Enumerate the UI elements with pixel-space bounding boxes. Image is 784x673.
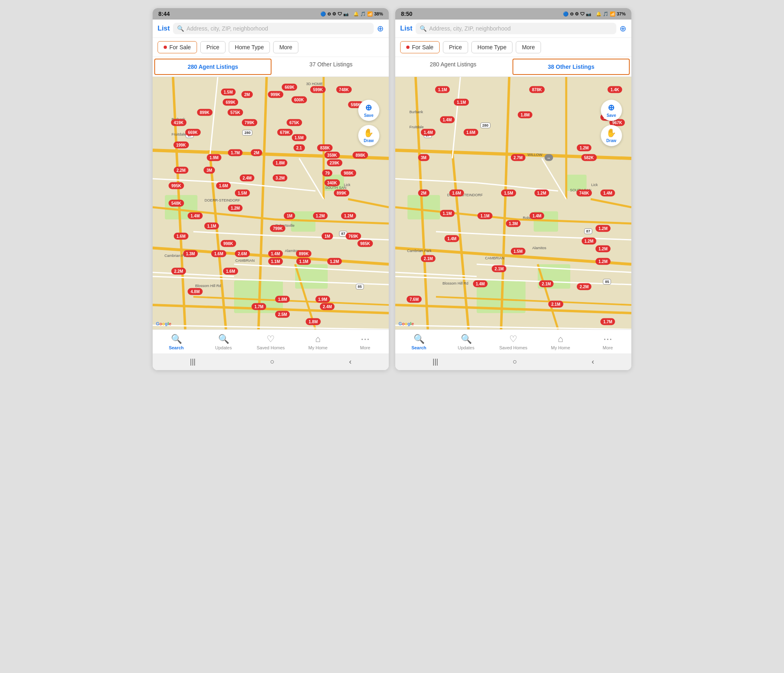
nav-item-search[interactable]: 🔍 Search bbox=[153, 332, 200, 352]
android-nav-btn-2[interactable]: ‹ bbox=[591, 357, 594, 366]
price-pin[interactable]: 1.9M bbox=[315, 296, 330, 303]
price-pin[interactable]: 2M bbox=[251, 149, 262, 156]
price-pin[interactable]: 1.2M bbox=[596, 258, 610, 265]
map-area[interactable]: BurbankFruitdaleDOERR-STEINDORFRobertsvi… bbox=[395, 77, 631, 329]
price-pin[interactable]: 2.2M bbox=[173, 167, 188, 174]
price-pin[interactable]: 1.2M bbox=[577, 144, 591, 151]
map-area[interactable]: BurbankFruitdaleDOERR-STEINDORFRobertsvi… bbox=[153, 77, 389, 329]
price-pin[interactable]: 1.7M bbox=[228, 149, 243, 156]
price-pin[interactable]: 1.2M bbox=[534, 190, 549, 197]
price-pin[interactable]: 340K bbox=[324, 180, 340, 186]
price-pin[interactable]: 2.4M bbox=[240, 175, 254, 182]
draw-button[interactable]: ✋Draw bbox=[601, 125, 622, 146]
price-pin[interactable]: 1.6M bbox=[211, 250, 226, 257]
price-pin[interactable]: 899K bbox=[296, 250, 311, 257]
price-pin[interactable]: 2.1M bbox=[492, 265, 506, 272]
price-pin[interactable]: 1.4M bbox=[268, 250, 283, 257]
nav-item-search[interactable]: 🔍 Search bbox=[395, 332, 442, 352]
price-pin[interactable]: 669K bbox=[185, 129, 201, 136]
price-pin[interactable]: 1M bbox=[322, 232, 333, 239]
price-pin[interactable]: 1.1M bbox=[435, 86, 450, 93]
filter-btn-0[interactable]: For Sale bbox=[158, 41, 197, 53]
price-pin[interactable]: 359K bbox=[324, 152, 340, 159]
price-pin[interactable]: 748K bbox=[576, 190, 592, 197]
price-pin[interactable]: 1.8M bbox=[306, 318, 320, 325]
price-pin[interactable]: 1.1M bbox=[477, 213, 492, 219]
listing-tab-0[interactable]: 280 Agent Listings bbox=[395, 57, 511, 77]
price-pin[interactable]: 2.4M bbox=[320, 303, 335, 310]
price-pin[interactable]: 899K bbox=[334, 190, 349, 197]
price-pin[interactable]: 548K bbox=[169, 200, 184, 207]
price-pin[interactable]: 1.2M bbox=[327, 258, 342, 265]
price-pin[interactable]: 2.1M bbox=[539, 281, 554, 287]
price-pin[interactable]: 2.1 bbox=[293, 144, 305, 151]
listing-tab-1[interactable]: 38 Other Listings bbox=[512, 59, 630, 75]
price-pin[interactable]: 1.7M bbox=[252, 303, 266, 310]
price-pin[interactable]: 1.5M bbox=[510, 248, 525, 254]
price-pin[interactable]: 699K bbox=[223, 99, 238, 106]
price-pin[interactable]: 575K bbox=[228, 109, 243, 116]
price-pin[interactable]: 2.1M bbox=[421, 255, 436, 262]
price-pin[interactable]: 1.4M bbox=[421, 129, 436, 136]
price-pin[interactable]: 1.6M bbox=[449, 190, 464, 197]
location-icon[interactable]: ⊕ bbox=[620, 24, 626, 33]
price-pin[interactable]: 600K bbox=[291, 96, 307, 103]
price-pin[interactable]: 2.2M bbox=[171, 268, 186, 275]
nav-item-my-home[interactable]: ⌂ My Home bbox=[294, 332, 342, 352]
filter-btn-3[interactable]: More bbox=[273, 41, 298, 53]
price-pin[interactable]: 1.1M bbox=[454, 99, 469, 106]
price-pin[interactable]: 2M bbox=[241, 91, 253, 98]
android-nav-btn-1[interactable]: ○ bbox=[270, 357, 275, 366]
price-pin[interactable]: 419K bbox=[171, 119, 186, 126]
nav-item-updates[interactable]: 🔍 Updates bbox=[442, 332, 490, 352]
list-button[interactable]: List bbox=[158, 24, 170, 33]
price-pin[interactable]: 748K bbox=[336, 86, 352, 93]
price-pin[interactable]: 1.4M bbox=[473, 281, 488, 287]
price-pin[interactable]: 878K bbox=[529, 86, 545, 93]
price-pin[interactable]: 2.2M bbox=[577, 283, 591, 290]
price-pin[interactable]: 1.5M bbox=[291, 134, 306, 141]
price-pin[interactable]: 1.4M bbox=[188, 213, 202, 219]
search-bar[interactable]: 🔍 Address, city, ZIP, neighborhood bbox=[173, 23, 374, 34]
filter-btn-2[interactable]: Home Type bbox=[471, 41, 512, 53]
nav-item-more[interactable]: ⋯ More bbox=[342, 332, 389, 352]
price-pin[interactable]: 7.6M bbox=[407, 296, 421, 303]
price-pin[interactable]: 1.1M bbox=[268, 258, 283, 265]
price-pin[interactable]: 999K bbox=[268, 91, 283, 98]
price-pin[interactable]: 799K bbox=[270, 225, 285, 232]
price-pin[interactable]: 1.2M bbox=[228, 205, 243, 212]
price-pin[interactable]: 2.7M bbox=[510, 154, 525, 161]
price-pin[interactable]: 199K bbox=[173, 142, 189, 149]
price-pin[interactable]: 1.1M bbox=[296, 258, 311, 265]
price-pin[interactable]: 1.6M bbox=[216, 182, 231, 189]
price-pin[interactable]: 2.5M bbox=[275, 311, 290, 318]
price-pin[interactable]: 1.4M bbox=[600, 190, 615, 197]
filter-btn-2[interactable]: Home Type bbox=[229, 41, 270, 53]
price-pin[interactable]: 838K bbox=[317, 144, 333, 151]
price-pin[interactable]: 669K bbox=[282, 83, 297, 90]
search-bar[interactable]: 🔍 Address, city, ZIP, neighborhood bbox=[416, 23, 616, 34]
price-pin[interactable]: 599K bbox=[310, 86, 326, 93]
price-pin[interactable]: 3M bbox=[204, 167, 215, 174]
android-nav-btn-0[interactable]: ||| bbox=[433, 357, 438, 366]
android-nav-btn-1[interactable]: ○ bbox=[513, 357, 517, 366]
price-pin[interactable]: 675K bbox=[287, 119, 302, 126]
nav-item-saved-homes[interactable]: ♡ Saved Homes bbox=[247, 332, 294, 352]
price-pin[interactable]: 1.4M bbox=[530, 213, 544, 219]
price-pin[interactable]: 1.8M bbox=[273, 159, 287, 166]
android-nav-btn-0[interactable]: ||| bbox=[190, 357, 196, 366]
filter-btn-3[interactable]: More bbox=[516, 41, 541, 53]
price-pin[interactable]: 1M bbox=[284, 213, 295, 219]
price-pin[interactable]: 1.4M bbox=[440, 116, 454, 123]
price-pin[interactable]: 1.4M bbox=[445, 235, 459, 242]
nav-item-updates[interactable]: 🔍 Updates bbox=[200, 332, 247, 352]
price-pin[interactable]: 988K bbox=[341, 169, 356, 176]
price-pin[interactable]: 2.1M bbox=[548, 301, 563, 308]
listing-tab-0[interactable]: 280 Agent Listings bbox=[154, 59, 272, 75]
nav-item-my-home[interactable]: ⌂ My Home bbox=[537, 332, 584, 352]
price-pin[interactable]: 3.2M bbox=[273, 175, 287, 182]
price-pin[interactable]: 1.7M bbox=[600, 318, 615, 325]
price-pin[interactable]: 899K bbox=[197, 109, 212, 116]
price-pin[interactable]: 4.8M bbox=[188, 288, 202, 295]
price-pin[interactable]: 1.3M bbox=[183, 250, 198, 257]
